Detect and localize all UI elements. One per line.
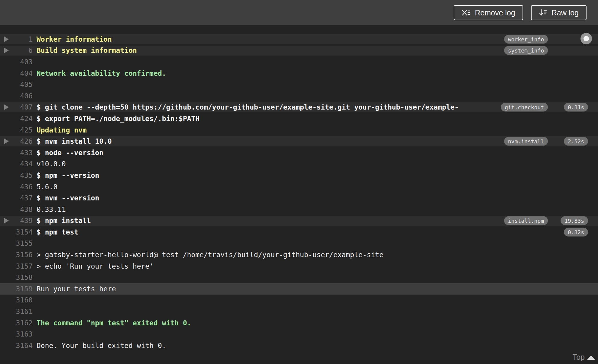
line-number[interactable]: 433 — [0, 149, 33, 157]
fold-tag-badge: nvm.install — [504, 137, 548, 146]
line-number[interactable]: 425 — [0, 126, 33, 134]
log-line: 433 $ node --version — [0, 147, 598, 158]
line-text: Network availability confirmed. — [37, 69, 166, 77]
fold-arrow-icon[interactable] — [4, 48, 9, 53]
log-line: 439 $ npm install install.npm 19.83s — [0, 215, 598, 227]
fold-arrow-icon[interactable] — [4, 104, 9, 110]
line-number[interactable]: 3158 — [0, 273, 33, 281]
line-number[interactable]: 436 — [0, 183, 33, 191]
log-line: 403 — [0, 56, 598, 68]
top-label: Top — [573, 353, 585, 362]
log-line: 3161 — [0, 306, 598, 317]
line-number[interactable]: 403 — [0, 58, 33, 66]
log-line: 425 Updating nvm — [0, 124, 598, 136]
line-text: $ npm --version — [37, 171, 99, 179]
log-line: 3154 $ npm test 0.32s — [0, 226, 598, 238]
line-number[interactable]: 437 — [0, 194, 33, 202]
line-text: Worker information — [37, 35, 112, 43]
duration-badge: 0.31s — [564, 103, 588, 112]
line-number[interactable]: 3164 — [0, 342, 33, 350]
log-line: 3156 > gatsby-starter-hello-world@ test … — [0, 249, 598, 260]
line-number[interactable]: 424 — [0, 115, 33, 123]
line-text: v10.0.0 — [37, 160, 66, 168]
line-number[interactable]: 435 — [0, 171, 33, 179]
log-line: 436 5.6.0 — [0, 181, 598, 193]
line-number[interactable]: 405 — [0, 81, 33, 88]
fold-arrow-icon[interactable] — [4, 139, 9, 144]
line-text: $ nvm --version — [37, 194, 99, 202]
log-lines: 1 Worker information worker_info 6 Build… — [0, 34, 598, 351]
line-text: Done. Your build exited with 0. — [37, 342, 166, 350]
fold-arrow-icon[interactable] — [4, 37, 9, 42]
line-text: 0.33.11 — [37, 206, 66, 213]
line-number[interactable]: 3162 — [0, 319, 33, 327]
log-line: 3164 Done. Your build exited with 0. — [0, 340, 598, 351]
log-line: 438 0.33.11 — [0, 204, 598, 215]
fold-tag-badge: worker_info — [504, 35, 548, 43]
scroll-indicator-dot — [584, 36, 589, 41]
line-text: > gatsby-starter-hello-world@ test /home… — [37, 251, 383, 259]
log-line: 405 — [0, 79, 598, 90]
scroll-to-top-link[interactable]: Top — [573, 353, 595, 362]
line-number[interactable]: 404 — [0, 69, 33, 77]
log-line: 3158 — [0, 272, 598, 283]
log-toolbar: Remove log Raw log — [0, 0, 598, 25]
log-line: 3159 Run your tests here — [0, 283, 598, 295]
line-number[interactable]: 3163 — [0, 330, 33, 338]
download-list-icon — [539, 8, 547, 17]
line-number[interactable]: 3161 — [0, 308, 33, 315]
log-line: 3160 — [0, 295, 598, 306]
duration-badge: 19.83s — [561, 216, 588, 225]
line-text: $ npm test — [37, 228, 78, 236]
line-text: $ git clone --depth=50 https://github.co… — [37, 103, 459, 111]
line-text: $ node --version — [37, 149, 104, 157]
log-line: 424 $ export PATH=./node_modules/.bin:$P… — [0, 113, 598, 124]
log-line: 407 $ git clone --depth=50 https://githu… — [0, 102, 598, 113]
remove-log-label: Remove log — [475, 8, 515, 17]
build-log: 1 Worker information worker_info 6 Build… — [0, 25, 598, 351]
log-line: 6 Build system information system_info — [0, 45, 598, 56]
log-line: 3163 — [0, 328, 598, 340]
line-number[interactable]: 406 — [0, 92, 33, 100]
duration-badge: 0.32s — [564, 228, 588, 236]
up-triangle-icon — [587, 356, 595, 360]
raw-log-button[interactable]: Raw log — [531, 5, 587, 20]
line-number[interactable]: 434 — [0, 160, 33, 168]
line-number[interactable]: 3155 — [0, 239, 33, 247]
log-line: 1 Worker information worker_info — [0, 34, 598, 45]
fold-tag-badge: install.npm — [504, 216, 548, 225]
log-line: 406 — [0, 90, 598, 102]
remove-log-button[interactable]: Remove log — [454, 5, 523, 20]
line-number[interactable]: 3157 — [0, 262, 33, 270]
line-number[interactable]: 3154 — [0, 228, 33, 236]
log-line: 434 v10.0.0 — [0, 158, 598, 170]
log-line: 437 $ nvm --version — [0, 192, 598, 204]
line-number[interactable]: 438 — [0, 206, 33, 213]
line-text: Updating nvm — [37, 126, 87, 134]
log-line: 3162 The command "npm test" exited with … — [0, 317, 598, 329]
log-line: 435 $ npm --version — [0, 170, 598, 181]
line-text: $ npm install — [37, 217, 91, 225]
line-text: 5.6.0 — [37, 183, 57, 191]
log-line: 3155 — [0, 238, 598, 249]
duration-badge: 2.52s — [564, 137, 588, 146]
log-line: 426 $ nvm install 10.0 nvm.install 2.52s — [0, 136, 598, 147]
fold-tag-badge: system_info — [504, 46, 548, 55]
x-list-icon — [462, 9, 471, 17]
line-text: > echo 'Run your tests here' — [37, 262, 154, 270]
line-number[interactable]: 3160 — [0, 296, 33, 304]
line-text: Build system information — [37, 46, 137, 54]
log-line: 404 Network availability confirmed. — [0, 68, 598, 79]
line-number[interactable]: 3156 — [0, 251, 33, 259]
line-text: Run your tests here — [37, 285, 116, 293]
raw-log-label: Raw log — [552, 8, 579, 17]
fold-tag-badge: git.checkout — [501, 103, 548, 112]
log-line: 3157 > echo 'Run your tests here' — [0, 260, 598, 272]
fold-arrow-icon[interactable] — [4, 218, 9, 223]
line-text: $ nvm install 10.0 — [37, 137, 112, 145]
line-text: The command "npm test" exited with 0. — [37, 319, 191, 327]
scroll-indicator[interactable] — [580, 33, 592, 44]
line-text: $ export PATH=./node_modules/.bin:$PATH — [37, 115, 200, 123]
line-number[interactable]: 3159 — [0, 285, 33, 293]
